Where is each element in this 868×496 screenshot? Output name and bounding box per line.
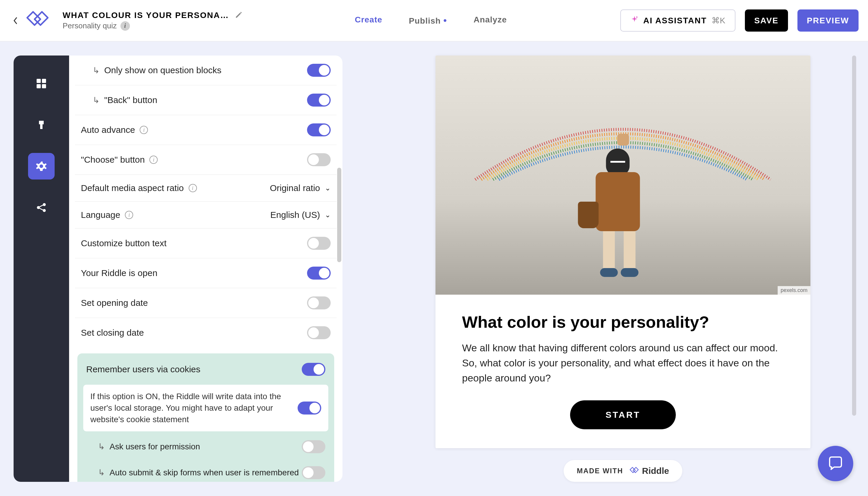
setting-ask-permission: ↳Ask users for permission (77, 434, 334, 460)
tab-create[interactable]: Create (355, 15, 382, 26)
header-actions: AI ASSISTANT ⌘K SAVE PREVIEW (620, 10, 858, 32)
panel-scrollbar[interactable] (337, 168, 341, 262)
toggle-customize-button-text[interactable] (307, 237, 331, 250)
svg-rect-1 (42, 79, 46, 83)
sidebar-blocks-button[interactable] (28, 70, 55, 97)
chat-support-button[interactable] (818, 446, 853, 481)
main-content: ↳Only show on question blocks ↳"Back" bu… (0, 41, 868, 496)
svg-rect-3 (42, 84, 46, 88)
chevron-down-icon: ⌄ (325, 184, 331, 192)
riddle-brand: Riddle (628, 466, 669, 476)
image-credit: pexels.com (778, 286, 810, 295)
preview-card: pexels.com What color is your personalit… (435, 56, 810, 448)
toggle-remember-cookies[interactable] (302, 363, 325, 376)
language-select[interactable]: English (US)⌄ (270, 210, 331, 220)
sparkle-icon (630, 15, 639, 26)
info-icon[interactable]: i (140, 126, 148, 134)
person-graphic (606, 149, 640, 277)
riddle-logo-icon (21, 9, 51, 32)
setting-back-button: ↳"Back" button (75, 85, 337, 115)
svg-rect-0 (36, 79, 41, 83)
indent-arrow-icon: ↳ (98, 468, 105, 477)
setting-language: Languagei English (US)⌄ (75, 202, 337, 229)
toggle-ask-permission[interactable] (302, 440, 325, 453)
setting-riddle-open: Your Riddle is open (75, 258, 337, 288)
brush-icon (35, 119, 47, 131)
page-subtitle: Personality quiz (63, 21, 117, 30)
toggle-auto-advance[interactable] (307, 123, 331, 136)
publish-indicator-dot: • (444, 15, 447, 26)
setting-choose-button: "Choose" buttoni (75, 145, 337, 175)
grid-icon (35, 78, 47, 90)
pencil-icon (235, 11, 243, 19)
share-icon (35, 202, 47, 214)
chevron-left-icon (12, 17, 18, 25)
toggle-back-button[interactable] (307, 94, 331, 107)
cookies-section: Remember users via cookies If this optio… (77, 353, 334, 482)
indent-arrow-icon: ↳ (93, 65, 99, 75)
sidebar-design-button[interactable] (28, 112, 55, 138)
toggle-only-show-question-blocks[interactable] (307, 64, 331, 77)
edit-title-button[interactable] (235, 11, 243, 20)
subtitle-info-button[interactable]: i (121, 21, 130, 31)
title-section: WHAT COLOUR IS YOUR PERSONA… Personality… (63, 11, 243, 31)
indent-arrow-icon: ↳ (93, 95, 99, 105)
toggle-riddle-open[interactable] (307, 267, 331, 280)
toggle-choose-button[interactable] (307, 153, 331, 166)
preview-hero-image: pexels.com (435, 56, 810, 295)
info-icon[interactable]: i (189, 184, 197, 192)
info-icon[interactable]: i (150, 156, 158, 164)
save-button[interactable]: SAVE (745, 10, 788, 32)
nav-tabs: Create Publish • Analyze (355, 15, 507, 26)
quiz-description: We all know that having different colors… (462, 340, 784, 386)
preview-scrollbar[interactable] (852, 56, 856, 416)
back-button[interactable] (10, 17, 21, 25)
riddle-logo-small-icon (628, 466, 639, 476)
preview-button[interactable]: PREVIEW (797, 10, 858, 32)
info-icon[interactable]: i (125, 211, 133, 219)
setting-auto-advance: Auto advancei (75, 115, 337, 145)
toggle-cookie-write[interactable] (298, 402, 321, 415)
toggle-opening-date[interactable] (307, 296, 331, 309)
toggle-closing-date[interactable] (307, 326, 331, 339)
sidebar-share-button[interactable] (28, 194, 55, 221)
brand-logo[interactable] (21, 9, 51, 32)
app-header: WHAT COLOUR IS YOUR PERSONA… Personality… (0, 0, 868, 41)
setting-aspect-ratio: Default media aspect ratioi Original rat… (75, 175, 337, 202)
setting-closing-date: Set closing date (75, 318, 337, 347)
tab-publish[interactable]: Publish • (409, 15, 447, 26)
setting-only-show-question-blocks: ↳Only show on question blocks (75, 56, 337, 85)
sidebar-settings-button[interactable] (28, 153, 55, 180)
aspect-ratio-select[interactable]: Original ratio⌄ (270, 183, 331, 193)
left-sidebar (14, 56, 69, 482)
setting-customize-button-text: Customize button text (75, 229, 337, 258)
page-title: WHAT COLOUR IS YOUR PERSONA… (63, 11, 229, 20)
chat-icon (827, 455, 844, 472)
setting-remember-cookies: Remember users via cookies (77, 356, 334, 382)
preview-area: pexels.com What color is your personalit… (342, 41, 868, 496)
setting-auto-submit: ↳Auto submit & skip forms when user is r… (77, 460, 334, 482)
indent-arrow-icon: ↳ (98, 442, 105, 451)
gear-icon (35, 160, 47, 172)
setting-opening-date: Set opening date (75, 288, 337, 318)
start-button[interactable]: START (570, 400, 676, 429)
tab-analyze[interactable]: Analyze (474, 15, 507, 26)
ai-assistant-button[interactable]: AI ASSISTANT ⌘K (620, 10, 735, 32)
cookie-tooltip: If this option is ON, the Riddle will wr… (83, 385, 328, 431)
quiz-title: What color is your personality? (462, 312, 784, 331)
made-with-badge[interactable]: MADE WITH Riddle (563, 460, 682, 482)
chevron-down-icon: ⌄ (325, 211, 331, 219)
svg-rect-2 (36, 84, 41, 88)
settings-panel: ↳Only show on question blocks ↳"Back" bu… (69, 56, 342, 482)
toggle-auto-submit[interactable] (302, 466, 325, 479)
